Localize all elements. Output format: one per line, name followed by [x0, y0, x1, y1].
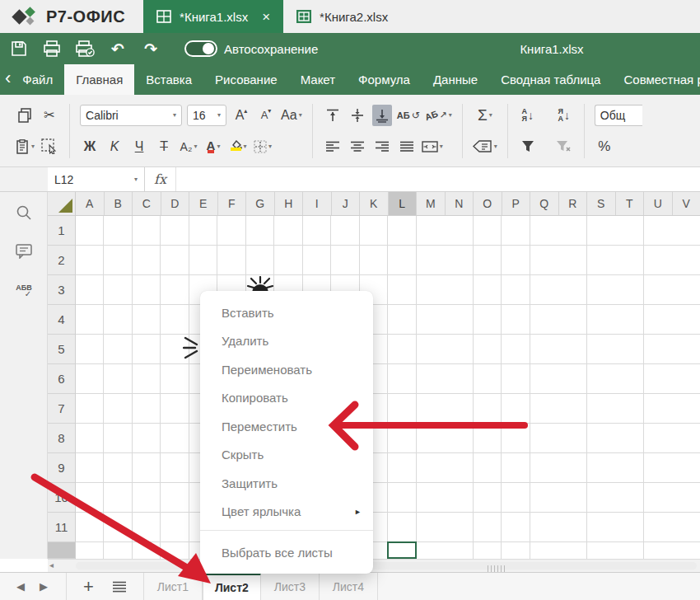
change-case-button[interactable]: Аа▾: [281, 105, 302, 126]
row-header-3[interactable]: 3: [48, 275, 75, 305]
row-header-2[interactable]: 2: [48, 246, 75, 275]
context-menu-item-цвет-ярлычка[interactable]: Цвет ярлычка►: [200, 498, 373, 527]
doc-tab-kniga2[interactable]: *Книга2.xlsx: [283, 0, 423, 33]
column-header-M[interactable]: M: [417, 192, 446, 215]
sheet-tab-лист4[interactable]: Лист4: [320, 573, 378, 600]
row-header-1[interactable]: 1: [48, 216, 75, 246]
align-right-button[interactable]: [372, 136, 392, 157]
column-header-V[interactable]: V: [673, 192, 700, 215]
row-header-12[interactable]: [48, 542, 75, 559]
column-header-B[interactable]: B: [105, 192, 133, 215]
menu-tab-формула[interactable]: Формула: [347, 64, 422, 95]
bold-button[interactable]: Ж: [80, 136, 100, 157]
context-menu-item-удалить[interactable]: Удалить: [200, 327, 373, 356]
row-header-9[interactable]: 9: [48, 453, 75, 483]
borders-button[interactable]: ▾: [253, 136, 273, 157]
column-header-F[interactable]: F: [218, 192, 247, 215]
column-header-G[interactable]: G: [246, 192, 275, 215]
spellcheck-button[interactable]: АБВ✓: [0, 277, 48, 305]
decrease-font-button[interactable]: А▾: [256, 105, 276, 126]
back-chevron-icon[interactable]: ‹: [5, 64, 11, 95]
menu-tab-файл[interactable]: Файл: [11, 64, 64, 95]
context-menu-item-скрыть[interactable]: Скрыть: [200, 441, 373, 470]
copy-button[interactable]: [15, 105, 35, 126]
select-all-corner[interactable]: [48, 192, 76, 216]
align-middle-button[interactable]: [348, 105, 367, 126]
close-icon[interactable]: ×: [262, 10, 270, 24]
undo-button[interactable]: ↶: [104, 36, 132, 61]
filter-button[interactable]: [518, 136, 538, 157]
context-menu-item-select-all-sheets[interactable]: Выбрать все листы: [200, 538, 373, 567]
font-name-combo[interactable]: Calibri▾: [80, 105, 182, 126]
print-button[interactable]: [38, 36, 66, 61]
justify-button[interactable]: [397, 136, 417, 157]
scroll-left-icon[interactable]: ◂: [49, 560, 54, 570]
menu-tab-вставка[interactable]: Вставка: [134, 64, 203, 95]
grid-cells[interactable]: [76, 216, 700, 559]
row-header-8[interactable]: 8: [48, 424, 75, 453]
column-header-D[interactable]: D: [161, 192, 190, 215]
sheet-tab-лист1[interactable]: Лист1: [144, 573, 203, 600]
clear-filter-button[interactable]: [554, 136, 574, 157]
context-menu-item-копировать[interactable]: Копировать: [200, 384, 373, 413]
context-menu-item-защитить[interactable]: Защитить: [200, 469, 373, 498]
autosave-toggle[interactable]: [184, 40, 217, 57]
formula-input[interactable]: [176, 167, 700, 191]
strikethrough-button[interactable]: Т: [154, 136, 174, 157]
column-header-A[interactable]: A: [76, 192, 105, 215]
row-header-7[interactable]: 7: [48, 394, 75, 424]
next-sheet-button[interactable]: ▶: [40, 580, 48, 593]
merge-cells-button[interactable]: ▾: [422, 136, 443, 157]
named-ranges-button[interactable]: ▾: [473, 136, 497, 157]
insert-function-button[interactable]: fx: [145, 167, 176, 191]
column-header-R[interactable]: R: [559, 192, 588, 215]
menu-tab-сводная-таблица[interactable]: Сводная таблица: [489, 64, 612, 95]
cut-button[interactable]: ✂: [40, 105, 59, 126]
column-header-E[interactable]: E: [189, 192, 218, 215]
column-header-T[interactable]: T: [616, 192, 645, 215]
align-left-button[interactable]: [323, 136, 343, 157]
column-header-H[interactable]: H: [275, 192, 304, 215]
fill-color-button[interactable]: ▾: [228, 136, 248, 157]
add-sheet-button[interactable]: +: [83, 578, 94, 596]
row-header-11[interactable]: 11: [48, 513, 75, 542]
prev-sheet-button[interactable]: ◀: [16, 580, 25, 593]
subscript-button[interactable]: А₂▾: [179, 136, 198, 157]
column-header-L[interactable]: L: [389, 192, 418, 215]
autosum-button[interactable]: Σ▾: [475, 105, 495, 126]
horizontal-scrollbar[interactable]: ◂: [48, 559, 700, 572]
save-button[interactable]: [5, 36, 33, 61]
comments-button[interactable]: [0, 237, 48, 265]
column-header-I[interactable]: I: [303, 192, 332, 215]
context-menu-item-переместить[interactable]: Переместить: [200, 412, 373, 441]
orientation-button[interactable]: АБ↗▾: [425, 105, 452, 126]
menu-tab-рисование[interactable]: Рисование: [203, 64, 289, 95]
doc-tab-kniga1[interactable]: *Книга1.xlsx ×: [143, 0, 283, 33]
select-button[interactable]: [40, 136, 59, 157]
menu-tab-главная[interactable]: Главная: [64, 64, 134, 95]
sheet-tab-лист3[interactable]: Лист3: [261, 573, 320, 600]
cell-reference-box[interactable]: L12▾: [48, 167, 145, 191]
menu-tab-данные[interactable]: Данные: [422, 64, 489, 95]
row-header-10[interactable]: 10: [48, 483, 75, 513]
column-header-N[interactable]: N: [446, 192, 474, 215]
percent-style-button[interactable]: %: [595, 136, 614, 157]
column-header-O[interactable]: O: [474, 192, 502, 215]
paste-button[interactable]: ▾: [15, 136, 35, 157]
number-format-combo[interactable]: Общ: [595, 105, 642, 126]
column-header-P[interactable]: P: [502, 192, 531, 215]
underline-button[interactable]: Ч: [129, 136, 149, 157]
column-header-S[interactable]: S: [587, 192, 616, 215]
scrollbar-thumb[interactable]: [76, 562, 697, 570]
menu-tab-макет[interactable]: Макет: [289, 64, 347, 95]
redo-button[interactable]: ↷: [137, 36, 165, 61]
align-center-button[interactable]: [348, 136, 367, 157]
align-bottom-button[interactable]: [372, 105, 392, 126]
selected-cell-L12[interactable]: [387, 541, 417, 559]
quick-print-button[interactable]: [71, 36, 99, 61]
sheet-tab-лист2[interactable]: Лист2: [203, 573, 261, 600]
column-header-J[interactable]: J: [332, 192, 361, 215]
font-color-button[interactable]: А▾: [203, 136, 223, 157]
column-header-K[interactable]: K: [360, 192, 389, 215]
context-menu-item-переименовать[interactable]: Переименовать: [200, 355, 373, 384]
